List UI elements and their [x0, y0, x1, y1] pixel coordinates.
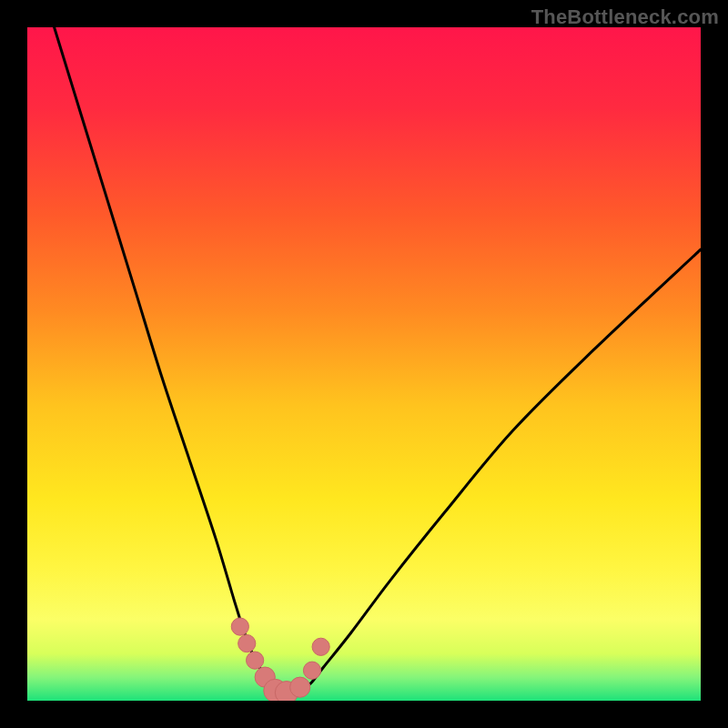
watermark-text: TheBottleneck.com	[531, 5, 719, 29]
plot-background	[27, 27, 701, 701]
marker-point	[312, 638, 329, 655]
marker-point	[231, 618, 248, 635]
marker-point	[303, 662, 320, 679]
bottleneck-chart	[0, 0, 728, 728]
marker-point	[290, 677, 310, 697]
marker-point	[238, 634, 256, 652]
chart-stage: { "watermark": { "text": "TheBottleneck.…	[0, 0, 728, 728]
marker-point	[247, 652, 264, 669]
